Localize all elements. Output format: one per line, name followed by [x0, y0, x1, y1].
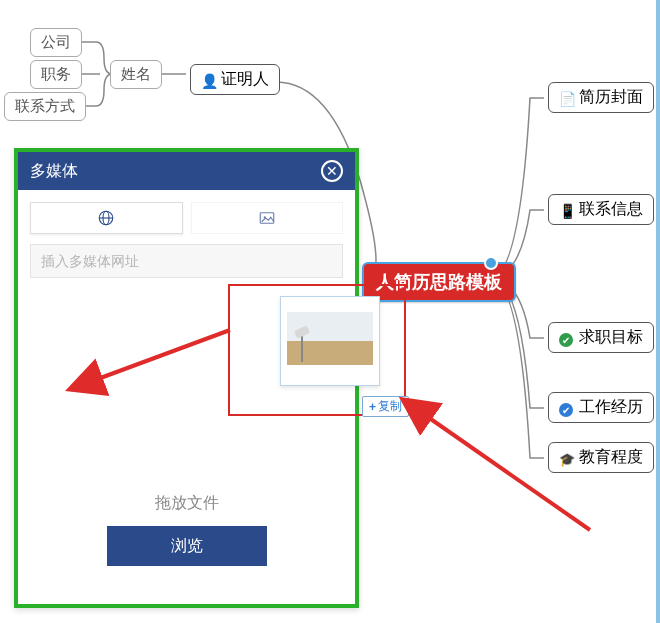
node-company[interactable]: 公司: [30, 28, 82, 57]
node-label: 工作经历: [579, 397, 643, 418]
drag-thumbnail[interactable]: [280, 296, 380, 386]
browse-button[interactable]: 浏览: [107, 526, 267, 566]
node-label: 联系信息: [579, 199, 643, 220]
dialog-title: 多媒体: [30, 161, 78, 182]
image-icon: [258, 209, 276, 227]
node-label: 姓名: [121, 65, 151, 84]
node-education[interactable]: 教育程度: [548, 442, 654, 473]
node-handle[interactable]: [484, 256, 498, 270]
globe-icon: [97, 209, 115, 227]
lamp-icon: [301, 330, 303, 362]
node-cover[interactable]: 简历封面: [548, 82, 654, 113]
close-icon[interactable]: ✕: [321, 160, 343, 182]
tab-url[interactable]: [30, 202, 183, 234]
node-label: 教育程度: [579, 447, 643, 468]
copy-label: 复制: [378, 398, 402, 415]
check-icon: [559, 330, 575, 346]
copy-badge: 复制: [362, 396, 409, 417]
node-label: 证明人: [221, 69, 269, 90]
node-label: 求职目标: [579, 327, 643, 348]
url-input[interactable]: [30, 244, 343, 278]
doc-icon: [559, 90, 575, 106]
dialog-header[interactable]: 多媒体 ✕: [18, 152, 355, 190]
drop-label: 拖放文件: [155, 493, 219, 514]
mindmap-canvas[interactable]: 公司 职务 姓名 联系方式 证明人 人简历思路模板 简历封面 联系信息 求职目标…: [0, 0, 660, 623]
node-label: 联系方式: [15, 97, 75, 116]
tabs: [30, 202, 343, 234]
node-label: 简历封面: [579, 87, 643, 108]
node-witness[interactable]: 证明人: [190, 64, 280, 95]
node-position[interactable]: 职务: [30, 60, 82, 89]
education-icon: [559, 450, 575, 466]
node-contact[interactable]: 联系方式: [4, 92, 86, 121]
node-label: 公司: [41, 33, 71, 52]
node-name[interactable]: 姓名: [110, 60, 162, 89]
check-blue-icon: [559, 400, 575, 416]
node-label: 职务: [41, 65, 71, 84]
tab-image[interactable]: [191, 202, 344, 234]
node-objective[interactable]: 求职目标: [548, 322, 654, 353]
phone-icon: [559, 202, 575, 218]
thumbnail-image: [287, 312, 373, 365]
node-contact-info[interactable]: 联系信息: [548, 194, 654, 225]
node-experience[interactable]: 工作经历: [548, 392, 654, 423]
person-icon: [201, 72, 217, 88]
right-edge: [656, 0, 660, 623]
